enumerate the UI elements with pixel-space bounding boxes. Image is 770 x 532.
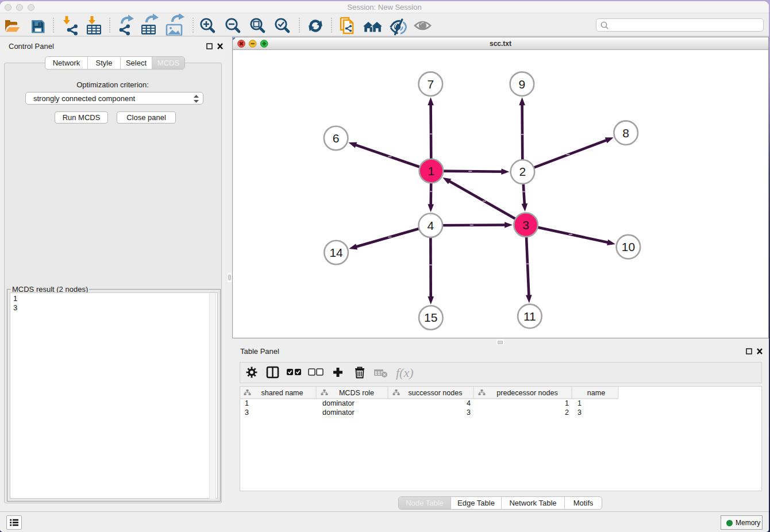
svg-text:dominator: dominator — [322, 408, 355, 417]
svg-text:4: 4 — [467, 399, 471, 407]
svg-text:2: 2 — [519, 165, 526, 178]
svg-text:10: 10 — [622, 240, 635, 253]
svg-text:1: 1 — [565, 399, 569, 407]
svg-text:shared name: shared name — [261, 389, 303, 397]
svg-text:2: 2 — [565, 408, 569, 417]
svg-text:1: 1 — [245, 399, 249, 407]
svg-text:11: 11 — [523, 310, 536, 323]
svg-text:3: 3 — [245, 408, 249, 417]
svg-text:successor nodes: successor nodes — [409, 389, 463, 397]
svg-text:MCDS role: MCDS role — [339, 389, 374, 397]
svg-text:14: 14 — [329, 246, 343, 259]
svg-text:predecessor nodes: predecessor nodes — [496, 389, 557, 397]
svg-text:8: 8 — [622, 126, 629, 140]
svg-text:3: 3 — [578, 408, 582, 417]
svg-text:3: 3 — [467, 408, 471, 417]
svg-text:dominator: dominator — [322, 399, 355, 407]
svg-text:f(x): f(x) — [396, 365, 414, 380]
svg-text:1: 1 — [578, 399, 582, 407]
svg-text:3: 3 — [522, 218, 529, 232]
svg-text:7: 7 — [427, 78, 434, 91]
svg-text:15: 15 — [424, 311, 437, 324]
svg-text:6: 6 — [333, 132, 340, 145]
svg-text:name: name — [587, 389, 605, 397]
svg-text:4: 4 — [427, 219, 434, 232]
svg-text:1: 1 — [428, 164, 435, 178]
svg-text:9: 9 — [519, 78, 526, 91]
